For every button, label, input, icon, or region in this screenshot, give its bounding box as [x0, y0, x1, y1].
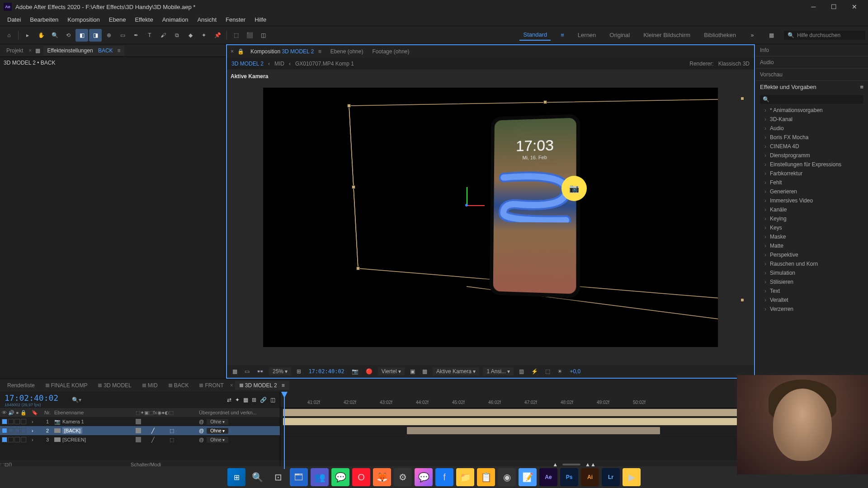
- handle-ml[interactable]: [352, 185, 355, 189]
- hand-tool[interactable]: ✋: [35, 29, 47, 42]
- nav-back-icon-2[interactable]: ‹: [289, 61, 291, 67]
- effect-category[interactable]: Stilisieren: [755, 277, 868, 286]
- vf-icon-fast[interactable]: ⚡: [529, 367, 540, 375]
- effect-category[interactable]: Fehlt: [755, 178, 868, 187]
- rotate-tool[interactable]: ◧: [75, 29, 88, 42]
- workspace-reset-icon[interactable]: ▦: [765, 29, 778, 42]
- zoom-tool[interactable]: 🔍: [48, 29, 61, 42]
- panel-info[interactable]: Info: [755, 44, 868, 56]
- handle-tc[interactable]: [543, 100, 547, 104]
- canvas[interactable]: 17:03 Mi, 16. Feb 📷: [263, 88, 718, 347]
- pickwhip-icon[interactable]: @: [199, 419, 204, 424]
- taskbar-photoshop[interactable]: Ps: [560, 468, 578, 486]
- tl-tab-renderliste[interactable]: Renderliste: [3, 381, 39, 390]
- anchor-tool[interactable]: ⊕: [103, 29, 115, 42]
- axis-local-icon[interactable]: ⬚: [230, 29, 242, 42]
- tl-tab-3dmodel2[interactable]: 3D MODEL 2≡: [235, 381, 289, 390]
- workspace-bibliotheken[interactable]: Bibliotheken: [700, 30, 740, 40]
- clone-tool[interactable]: ⧉: [170, 29, 183, 42]
- nav-mid[interactable]: MID: [274, 61, 284, 67]
- zoom-select[interactable]: 25% ▾: [269, 367, 291, 375]
- effect-category[interactable]: Verzerren: [755, 305, 868, 314]
- menu-fenster[interactable]: Fenster: [221, 14, 250, 25]
- effect-category[interactable]: Simulation: [755, 268, 868, 277]
- composition-viewer[interactable]: Aktive Kamera 17:: [227, 70, 754, 365]
- minimize-button[interactable]: ─: [803, 0, 824, 14]
- effect-category[interactable]: Audio: [755, 124, 868, 133]
- effect-category[interactable]: CINEMA 4D: [755, 142, 868, 151]
- tl-tool-6[interactable]: ◫: [270, 397, 275, 403]
- vf-icon-1[interactable]: ▦: [231, 367, 239, 375]
- tl-tool-5[interactable]: 🔗: [260, 397, 267, 403]
- visibility-toggle[interactable]: [2, 437, 7, 442]
- taskbar-folder[interactable]: 📁: [456, 468, 474, 486]
- tab-effekteinstellungen[interactable]: Effekteinstellungen BACK ≡: [43, 46, 124, 56]
- tab-projekt[interactable]: Projekt: [3, 46, 27, 56]
- axis-view-icon[interactable]: ◫: [257, 29, 269, 42]
- nav-back-icon[interactable]: ‹: [268, 61, 270, 67]
- layer-row-2[interactable]: › 2 [BACK] ╱⬚ @Ohne ▾: [0, 426, 280, 435]
- vf-icon-roi[interactable]: ▣: [408, 367, 417, 375]
- selection-tool[interactable]: ▸: [21, 29, 34, 42]
- panel-effects-header[interactable]: Effekte und Vorgaben≡: [755, 81, 868, 93]
- pickwhip-icon[interactable]: @: [199, 437, 204, 442]
- effect-category[interactable]: 3D-Kanal: [755, 115, 868, 124]
- effect-category[interactable]: Dienstprogramm: [755, 151, 868, 160]
- axis-y[interactable]: [467, 187, 467, 205]
- zoom-slider[interactable]: [562, 464, 580, 465]
- parent-select[interactable]: Ohne ▾: [207, 437, 228, 443]
- pickwhip-icon[interactable]: @: [199, 428, 204, 433]
- snapshot-icon[interactable]: 📷: [350, 367, 360, 375]
- brush-tool[interactable]: 🖌: [157, 29, 170, 42]
- layer-bar-2[interactable]: [283, 418, 753, 425]
- text-tool[interactable]: T: [143, 29, 156, 42]
- effect-category[interactable]: Farbkorrektur: [755, 169, 868, 178]
- close-button[interactable]: ✕: [844, 0, 864, 14]
- layer-bar-3[interactable]: [407, 427, 660, 434]
- vf-icon-2[interactable]: ▭: [243, 367, 251, 375]
- taskbar-firefox[interactable]: 🦊: [373, 468, 391, 486]
- menu-komposition[interactable]: Komposition: [63, 14, 104, 25]
- eraser-tool[interactable]: ◆: [184, 29, 197, 42]
- visibility-toggle[interactable]: [2, 419, 7, 424]
- taskbar-illustrator[interactable]: Ai: [581, 468, 599, 486]
- timeline-timecode[interactable]: 17:02:40:02: [5, 393, 58, 403]
- effect-category[interactable]: Text: [755, 286, 868, 296]
- workspace-original[interactable]: Original: [606, 30, 633, 40]
- roto-tool[interactable]: ✦: [198, 29, 210, 42]
- tl-tool-2[interactable]: ✦: [235, 397, 240, 403]
- layer-bar-1[interactable]: [283, 409, 753, 416]
- menu-ansicht[interactable]: Ansicht: [193, 14, 221, 25]
- tl-tool-4[interactable]: ⊞: [252, 397, 256, 403]
- tab-ebene[interactable]: Ebene (ohne): [328, 47, 366, 56]
- tl-tab-finale[interactable]: FINALE KOMP: [41, 381, 92, 390]
- maximize-button[interactable]: ☐: [824, 0, 844, 14]
- effect-category[interactable]: Keying: [755, 214, 868, 223]
- comp-close-icon[interactable]: ×: [231, 48, 234, 55]
- vf-icon-3[interactable]: 👓: [255, 367, 265, 375]
- taskbar-obs[interactable]: ◉: [498, 468, 516, 486]
- nav-clip[interactable]: GX010707.MP4 Komp 1: [295, 61, 354, 67]
- effect-category[interactable]: Keys: [755, 223, 868, 232]
- effect-category[interactable]: Veraltet: [755, 296, 868, 305]
- renderer-value[interactable]: Klassisch 3D: [718, 61, 750, 67]
- timeline-search-icon[interactable]: 🔍▾: [72, 397, 81, 403]
- menu-bearbeiten[interactable]: Bearbeiten: [25, 14, 63, 25]
- camera-select[interactable]: Aktive Kamera ▾: [433, 367, 479, 375]
- taskbar-notepad[interactable]: 📝: [519, 468, 537, 486]
- tl-tab-mid[interactable]: MID: [138, 381, 162, 390]
- tl-tool-3[interactable]: ▦: [243, 397, 248, 403]
- taskbar-explorer[interactable]: 🗔: [290, 468, 308, 486]
- resolution-select[interactable]: Viertel ▾: [378, 367, 405, 375]
- tab-footage[interactable]: Footage (ohne): [369, 47, 412, 56]
- vf-icon-exp[interactable]: ☀: [556, 367, 564, 375]
- tl-tab-3dmodel[interactable]: 3D MODEL: [94, 381, 136, 390]
- effects-search[interactable]: 🔍: [760, 95, 863, 104]
- workspace-overflow-icon[interactable]: »: [746, 29, 759, 42]
- nav-current-comp[interactable]: 3D MODEL 2: [231, 61, 264, 67]
- comp-lock-icon[interactable]: 🔒: [237, 48, 244, 55]
- panel-vorschau[interactable]: Vorschau: [755, 69, 868, 81]
- playhead[interactable]: [284, 392, 285, 469]
- tl-tool-1[interactable]: ⇄: [227, 397, 231, 403]
- layer-row-1[interactable]: › 1 📷Kamera 1 @Ohne ▾: [0, 417, 280, 426]
